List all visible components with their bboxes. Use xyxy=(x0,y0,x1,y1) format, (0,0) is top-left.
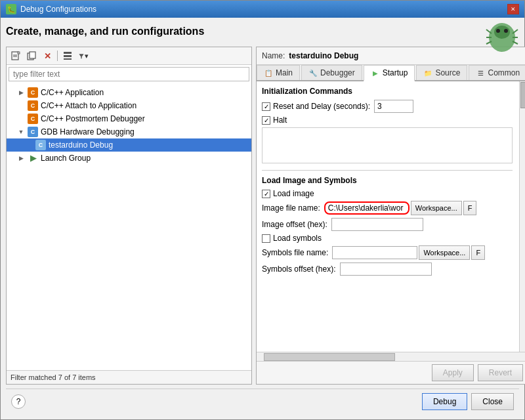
load-image-checkbox[interactable] xyxy=(262,190,270,198)
collapse-button[interactable] xyxy=(60,49,75,62)
image-file-input[interactable] xyxy=(324,201,410,215)
symbols-offset-label: Symbols offset (hex): xyxy=(262,264,336,274)
symbols-file-input[interactable] xyxy=(332,246,417,259)
new-config-button[interactable] xyxy=(9,49,23,62)
expand-icon: ▶ xyxy=(17,89,25,96)
bottom-row: ? Debug Close xyxy=(6,388,519,414)
main-panel: ✕ ▾ ▶ C C/C++ A xyxy=(6,47,519,385)
launch-icon: ▶ xyxy=(28,153,38,163)
symbols-workspace-button[interactable]: Workspace... xyxy=(419,245,470,260)
reset-delay-input[interactable] xyxy=(374,100,413,113)
title-bar: 🐛 Debug Configurations ✕ xyxy=(1,1,524,18)
svg-rect-12 xyxy=(18,52,20,54)
config-toolbar: ✕ ▾ xyxy=(7,47,251,65)
expand-icon: ▶ xyxy=(17,155,25,161)
tree-item-launch[interactable]: ▶ ▶ Launch Group xyxy=(7,152,251,165)
image-workspace-button[interactable]: Workspace... xyxy=(411,201,462,215)
load-symbols-checkbox[interactable] xyxy=(262,234,270,243)
name-label: Name: xyxy=(262,51,285,60)
tree-item-label: C/C++ Attach to Application xyxy=(41,101,136,110)
config-name: testarduino Debug xyxy=(289,51,358,60)
svg-rect-17 xyxy=(64,52,72,54)
tab-startup-label: Startup xyxy=(383,68,408,77)
h-scrollbar-thumb[interactable] xyxy=(264,353,395,361)
tree-item-cpp-app[interactable]: ▶ C C/C++ Application xyxy=(7,86,251,99)
tree-item-cpp-attach[interactable]: C C/C++ Attach to Application xyxy=(7,99,251,112)
close-window-button[interactable]: ✕ xyxy=(507,4,519,14)
svg-rect-18 xyxy=(64,55,72,57)
halt-label[interactable]: Halt xyxy=(262,116,287,125)
filter-dropdown-button[interactable]: ▾ xyxy=(76,49,91,62)
svg-point-2 xyxy=(496,29,500,33)
symbols-file-row: Symbols file name: Workspace... F xyxy=(262,245,513,260)
tree-item-label: C/C++ Postmortem Debugger xyxy=(41,114,145,123)
tab-common-label: Common xyxy=(488,68,520,77)
cpp-icon: C xyxy=(28,87,38,98)
tree-item-gdb[interactable]: ▼ C GDB Hardware Debugging xyxy=(7,125,251,138)
right-panel: Name: testarduino Debug 📋 Main 🔧 Debugge… xyxy=(256,47,525,385)
tab-main[interactable]: 📋 Main xyxy=(257,65,300,80)
apply-button[interactable]: Apply xyxy=(432,364,474,381)
tabs-bar: 📋 Main 🔧 Debugger ▶ Startup 📁 Source xyxy=(257,65,525,81)
debug-configurations-window: 🐛 Debug Configurations ✕ Create, manage,… xyxy=(0,0,525,420)
section-divider xyxy=(262,170,513,171)
image-offset-row: Image offset (hex): xyxy=(262,218,513,231)
image-file-label: Image file name: xyxy=(262,203,320,213)
source-tab-icon: 📁 xyxy=(423,68,432,77)
reset-delay-text: Reset and Delay (seconds): xyxy=(273,102,370,111)
tab-common[interactable]: ☰ Common xyxy=(469,65,525,80)
image-offset-input[interactable] xyxy=(331,218,423,231)
reset-delay-checkbox[interactable] xyxy=(262,102,270,111)
debug-button[interactable]: Debug xyxy=(422,393,467,410)
help-button[interactable]: ? xyxy=(11,394,26,409)
load-symbols-row: Load symbols xyxy=(262,234,513,243)
load-symbols-label[interactable]: Load symbols xyxy=(262,234,322,243)
toolbar-separator xyxy=(57,51,58,61)
reset-delay-row: Reset and Delay (seconds): xyxy=(262,100,513,113)
image-offset-label: Image offset (hex): xyxy=(262,220,327,229)
duplicate-button[interactable] xyxy=(24,49,39,62)
window-icon: 🐛 xyxy=(6,4,16,14)
cpp-icon: C xyxy=(28,114,38,124)
tree-item-label: GDB Hardware Debugging xyxy=(41,127,135,136)
tree-item-cpp-postmortem[interactable]: C C/C++ Postmortem Debugger xyxy=(7,112,251,125)
svg-rect-10 xyxy=(12,52,18,60)
symbols-offset-row: Symbols offset (hex): xyxy=(262,262,513,276)
halt-text: Halt xyxy=(273,116,287,125)
startup-content: Initialization Commands Reset and Delay … xyxy=(257,81,525,352)
init-commands-textarea[interactable] xyxy=(262,127,513,163)
halt-checkbox[interactable] xyxy=(262,116,270,125)
header-title: Create, manage, and run configurations xyxy=(6,23,204,43)
tab-startup[interactable]: ▶ Startup xyxy=(364,65,415,81)
debug-icon: C xyxy=(28,127,38,137)
tab-debugger[interactable]: 🔧 Debugger xyxy=(301,65,362,80)
load-image-label[interactable]: Load image xyxy=(262,189,314,198)
content-area: Create, manage, and run configurations xyxy=(1,18,524,419)
startup-tab-icon: ▶ xyxy=(371,68,380,77)
window-title: Debug Configurations xyxy=(20,5,96,14)
image-file-row: Image file name: Workspace... F xyxy=(262,201,513,215)
vertical-scrollbar[interactable] xyxy=(519,81,525,352)
svg-point-1 xyxy=(494,26,510,39)
debugger-tab-icon: 🔧 xyxy=(308,68,318,77)
tab-source-label: Source xyxy=(435,68,460,77)
svg-point-3 xyxy=(504,29,508,33)
svg-rect-19 xyxy=(64,58,72,60)
tree-item-label: C/C++ Application xyxy=(41,88,104,97)
reset-delay-label[interactable]: Reset and Delay (seconds): xyxy=(262,102,370,111)
scrollbar-thumb[interactable] xyxy=(520,82,525,108)
symbols-offset-input[interactable] xyxy=(340,262,432,276)
image-file-browse-button[interactable]: F xyxy=(463,201,477,215)
cpp-icon: C xyxy=(28,100,38,111)
horizontal-scrollbar[interactable] xyxy=(257,352,525,361)
svg-marker-20 xyxy=(79,54,83,58)
revert-button[interactable]: Revert xyxy=(478,364,523,381)
tab-source[interactable]: 📁 Source xyxy=(416,65,467,80)
load-image-text: Load image xyxy=(273,189,314,198)
symbols-file-browse-button[interactable]: F xyxy=(471,245,485,260)
close-button[interactable]: Close xyxy=(471,393,514,410)
tree-item-testarduino[interactable]: C testarduino Debug xyxy=(7,138,251,152)
delete-button[interactable]: ✕ xyxy=(40,49,54,62)
svg-rect-16 xyxy=(30,52,35,58)
filter-input[interactable] xyxy=(9,67,249,81)
